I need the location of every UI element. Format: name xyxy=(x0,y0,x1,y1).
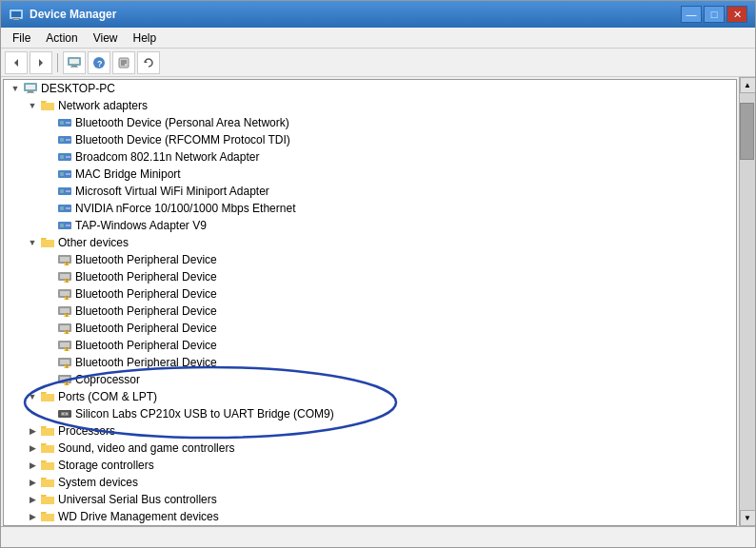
tree-item-sound[interactable]: ▶Sound, video and game controllers xyxy=(4,440,736,457)
menu-file[interactable]: File xyxy=(5,29,38,47)
tree-wrapper: ▼DESKTOP-PC▼Network adaptersBluetooth De… xyxy=(1,77,739,526)
forward-button[interactable] xyxy=(30,51,52,74)
tree-item-bt-rfcomm[interactable]: Bluetooth Device (RFCOMM Protocol TDI) xyxy=(4,131,736,148)
expand-icon[interactable] xyxy=(42,218,57,233)
warn-icon: ! xyxy=(57,303,72,319)
tree-item-broadcom[interactable]: Broadcom 802.11n Network Adapter xyxy=(4,148,736,166)
svg-rect-8 xyxy=(71,66,77,67)
folder-icon xyxy=(40,236,55,249)
expand-icon[interactable] xyxy=(42,166,57,182)
back-button[interactable] xyxy=(5,51,28,74)
folder-icon xyxy=(40,99,55,112)
item-label: WD Drive Management devices xyxy=(58,510,219,523)
warn-icon: ! xyxy=(57,372,72,387)
menu-help[interactable]: Help xyxy=(126,29,165,47)
menu-view[interactable]: View xyxy=(86,29,126,47)
tree-item-system[interactable]: ▶System devices xyxy=(4,474,736,491)
expand-icon[interactable] xyxy=(42,252,57,267)
tree-item-network-adapters[interactable]: ▼Network adapters xyxy=(4,97,736,114)
tree-item-usb[interactable]: ▶Universal Serial Bus controllers xyxy=(4,491,736,508)
expand-icon[interactable] xyxy=(42,355,57,370)
expand-icon[interactable]: ▶ xyxy=(25,492,40,507)
expand-icon[interactable]: ▶ xyxy=(25,423,40,439)
expand-icon[interactable]: ▶ xyxy=(25,475,40,490)
tree-item-other-devices[interactable]: ▼Other devices xyxy=(4,234,736,251)
help-button[interactable]: ? xyxy=(88,51,110,74)
scroll-up-button[interactable]: ▲ xyxy=(740,77,756,93)
title-bar: Device Manager — □ ✕ xyxy=(1,1,755,28)
item-label: Processors xyxy=(58,424,115,438)
scroll-down-button[interactable]: ▼ xyxy=(740,510,756,526)
svg-rect-57 xyxy=(60,308,70,313)
expand-icon[interactable] xyxy=(42,321,57,336)
item-label: Silicon Labs CP210x USB to UART Bridge (… xyxy=(75,407,334,421)
minimize-button[interactable]: — xyxy=(681,6,702,23)
item-label: Bluetooth Device (Personal Area Network) xyxy=(75,116,289,129)
expand-icon[interactable]: ▼ xyxy=(25,98,40,113)
svg-rect-21 xyxy=(41,103,54,110)
expand-icon[interactable]: ▼ xyxy=(25,389,40,404)
scroll-thumb[interactable] xyxy=(740,103,754,160)
expand-icon[interactable]: ▶ xyxy=(25,509,40,524)
scrollbar-vertical[interactable]: ▲ ▼ xyxy=(739,77,755,526)
item-label: Bluetooth Peripheral Device xyxy=(75,356,217,369)
refresh-button[interactable] xyxy=(137,51,160,74)
svg-rect-24 xyxy=(66,122,70,124)
expand-icon[interactable] xyxy=(42,149,57,165)
tree-item-computer[interactable]: ▼DESKTOP-PC xyxy=(4,80,736,97)
properties-button[interactable] xyxy=(112,51,135,74)
expand-icon[interactable] xyxy=(42,406,57,421)
expand-icon[interactable] xyxy=(42,184,57,199)
expand-icon[interactable] xyxy=(42,338,57,353)
expand-icon[interactable]: ▶ xyxy=(25,458,40,473)
tree-item-bt-periph5[interactable]: ! Bluetooth Peripheral Device xyxy=(4,320,736,337)
computer-button[interactable] xyxy=(63,51,86,74)
tree-item-bt-pan[interactable]: Bluetooth Device (Personal Area Network) xyxy=(4,114,736,131)
svg-rect-20 xyxy=(27,92,34,93)
tree-item-bt-periph7[interactable]: ! Bluetooth Peripheral Device xyxy=(4,354,736,371)
expand-icon[interactable] xyxy=(42,201,57,216)
close-button[interactable]: ✕ xyxy=(726,6,747,23)
tree-item-processors[interactable]: ▶Processors xyxy=(4,422,736,440)
svg-rect-41 xyxy=(60,224,64,227)
tree-item-bt-periph1[interactable]: ! Bluetooth Peripheral Device xyxy=(4,251,736,268)
tree-item-storage[interactable]: ▶Storage controllers xyxy=(4,457,736,474)
expand-icon[interactable] xyxy=(42,115,57,130)
tree-item-wd[interactable]: ▶WD Drive Management devices xyxy=(4,508,736,525)
nic-icon xyxy=(57,185,72,198)
tree-item-nvidia-eth[interactable]: NVIDIA nForce 10/100/1000 Mbps Ethernet xyxy=(4,200,736,217)
tree-item-silicon-labs[interactable]: Silicon Labs CP210x USB to UART Bridge (… xyxy=(4,405,736,422)
svg-text:?: ? xyxy=(97,59,103,68)
svg-rect-32 xyxy=(60,172,64,176)
tree-item-ports[interactable]: ▼Ports (COM & LPT) xyxy=(4,388,736,405)
svg-rect-84 xyxy=(41,480,54,487)
item-label: Bluetooth Peripheral Device xyxy=(75,270,217,284)
expand-icon[interactable]: ▼ xyxy=(8,81,23,96)
maximize-button[interactable]: □ xyxy=(704,6,725,23)
tree-item-bt-periph4[interactable]: ! Bluetooth Peripheral Device xyxy=(4,303,736,320)
item-label: Sound, video and game controllers xyxy=(58,441,234,455)
expand-icon[interactable]: ▼ xyxy=(25,235,40,250)
svg-rect-36 xyxy=(66,190,70,192)
scroll-track[interactable] xyxy=(740,93,755,510)
nic-icon xyxy=(57,219,72,232)
tree-item-coprocessor[interactable]: ! Coprocessor xyxy=(4,371,736,388)
svg-rect-30 xyxy=(66,156,70,158)
expand-icon[interactable] xyxy=(42,132,57,147)
window-title: Device Manager xyxy=(30,8,116,21)
tree-item-tap[interactable]: TAP-Windows Adapter V9 xyxy=(4,217,736,234)
expand-icon[interactable]: ▶ xyxy=(25,440,40,456)
menu-action[interactable]: Action xyxy=(38,29,85,47)
tree-item-bt-periph6[interactable]: ! Bluetooth Peripheral Device xyxy=(4,337,736,354)
expand-icon[interactable] xyxy=(42,372,57,387)
expand-icon[interactable] xyxy=(42,303,57,319)
expand-icon[interactable] xyxy=(42,286,57,302)
nic-icon xyxy=(57,202,72,215)
device-tree[interactable]: ▼DESKTOP-PC▼Network adaptersBluetooth De… xyxy=(3,79,737,526)
expand-icon[interactable] xyxy=(42,269,57,284)
svg-point-80 xyxy=(66,413,68,415)
tree-item-bt-periph2[interactable]: ! Bluetooth Peripheral Device xyxy=(4,268,736,285)
tree-item-mac-bridge[interactable]: MAC Bridge Miniport xyxy=(4,166,736,183)
tree-item-bt-periph3[interactable]: ! Bluetooth Peripheral Device xyxy=(4,285,736,303)
tree-item-ms-wifi[interactable]: Microsoft Virtual WiFi Miniport Adapter xyxy=(4,183,736,200)
